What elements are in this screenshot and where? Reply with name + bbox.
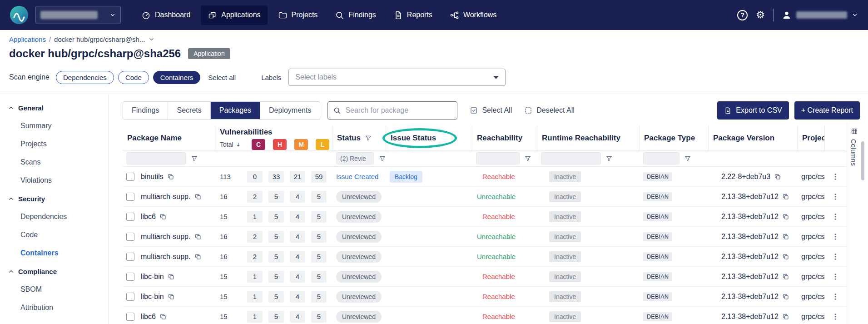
vuln-low-count[interactable]: 5 <box>311 271 327 283</box>
sidebar-section-security[interactable]: Security <box>8 189 109 208</box>
status-filter-value[interactable]: (2) Revie <box>336 152 374 164</box>
vuln-critical-count[interactable]: 0 <box>247 171 263 183</box>
sidebar-item-scans[interactable]: Scans <box>8 153 109 171</box>
filter-icon[interactable] <box>684 155 691 162</box>
package-type-filter-input[interactable] <box>643 152 680 164</box>
vuln-low-count[interactable]: 5 <box>311 311 327 323</box>
row-checkbox[interactable] <box>126 313 134 321</box>
sidebar-item-summary[interactable]: Summary <box>8 117 109 135</box>
sidebar-section-general[interactable]: General <box>8 99 109 117</box>
header-package-name[interactable]: Package Name <box>123 126 215 150</box>
nav-item-reports[interactable]: Reports <box>387 5 439 25</box>
vuln-high-count[interactable]: 5 <box>268 271 284 283</box>
sidebar-item-projects[interactable]: Projects <box>8 135 109 153</box>
vuln-high-count[interactable]: 5 <box>268 191 284 203</box>
tab-findings[interactable]: Findings <box>123 102 168 119</box>
scan-engine-pill-containers[interactable]: Containers <box>153 71 201 84</box>
header-reachability[interactable]: Reachability <box>472 126 537 150</box>
nav-item-applications[interactable]: Applications <box>201 5 267 25</box>
labels-select[interactable]: Select labels <box>288 69 506 86</box>
copy-icon[interactable] <box>194 253 202 260</box>
row-checkbox[interactable] <box>126 293 134 301</box>
severity-medium-badge[interactable]: M <box>294 139 308 150</box>
scan-engine-pill-dependencies[interactable]: Dependencies <box>56 71 114 84</box>
row-checkbox[interactable] <box>126 173 134 181</box>
vuln-critical-count[interactable]: 2 <box>247 191 263 203</box>
vuln-medium-count[interactable]: 4 <box>290 311 305 323</box>
package-name-filter-input[interactable] <box>126 152 186 164</box>
org-selector-dropdown[interactable] <box>35 6 121 24</box>
nav-item-findings[interactable]: Findings <box>328 5 382 25</box>
nav-item-workflows[interactable]: Workflows <box>443 5 504 25</box>
gear-icon[interactable]: ⚙ <box>756 10 765 20</box>
breadcrumb-root-link[interactable]: Applications <box>9 35 46 43</box>
vuln-low-count[interactable]: 5 <box>311 211 327 223</box>
sidebar-item-sbom[interactable]: SBOM <box>8 280 109 299</box>
package-name[interactable]: multiarch-supp... <box>141 233 191 241</box>
package-name[interactable]: libc-bin <box>141 293 164 301</box>
vuln-critical-count[interactable]: 2 <box>247 231 263 243</box>
vuln-medium-count[interactable]: 21 <box>290 171 305 183</box>
row-checkbox[interactable] <box>126 193 134 201</box>
severity-critical-badge[interactable]: C <box>252 139 265 150</box>
copy-icon[interactable] <box>782 193 789 200</box>
package-name[interactable]: libc6 <box>141 213 156 221</box>
filter-icon[interactable] <box>524 155 531 162</box>
header-issue-status[interactable]: Issue Status <box>386 126 472 150</box>
tab-deployments[interactable]: Deployments <box>260 102 320 119</box>
vuln-high-count[interactable]: 33 <box>268 171 284 183</box>
copy-icon[interactable] <box>168 273 175 280</box>
vuln-low-count[interactable]: 59 <box>311 171 327 183</box>
vuln-high-count[interactable]: 5 <box>268 311 284 323</box>
copy-icon[interactable] <box>167 173 174 180</box>
header-status[interactable]: Status <box>332 126 386 150</box>
vuln-medium-count[interactable]: 4 <box>290 271 305 283</box>
columns-panel-button[interactable]: Columns <box>847 122 868 324</box>
filter-icon[interactable] <box>365 135 372 142</box>
vuln-high-count[interactable]: 5 <box>268 231 284 243</box>
breadcrumb-chevron-icon[interactable] <box>148 36 155 43</box>
issue-status-chip[interactable]: Backlog <box>390 171 422 183</box>
row-menu-button[interactable] <box>825 213 846 221</box>
vuln-medium-count[interactable]: 4 <box>290 251 305 263</box>
severity-high-badge[interactable]: H <box>273 139 287 150</box>
nav-item-dashboard[interactable]: Dashboard <box>134 5 197 25</box>
vuln-medium-count[interactable]: 4 <box>290 291 305 303</box>
copy-icon[interactable] <box>782 213 789 220</box>
row-menu-button[interactable] <box>825 173 846 181</box>
copy-icon[interactable] <box>782 293 789 300</box>
vuln-high-count[interactable]: 5 <box>268 251 284 263</box>
vuln-critical-count[interactable]: 1 <box>247 311 263 323</box>
package-name[interactable]: binutils <box>141 173 164 181</box>
deselect-all-button[interactable]: Deselect All <box>524 106 575 115</box>
row-menu-button[interactable] <box>825 193 846 201</box>
copy-icon[interactable] <box>194 193 202 200</box>
user-menu[interactable] <box>782 10 858 20</box>
row-menu-button[interactable] <box>825 313 846 321</box>
export-csv-button[interactable]: Export to CSV <box>717 101 789 120</box>
severity-low-badge[interactable]: L <box>316 139 329 150</box>
row-menu-button[interactable] <box>825 293 846 301</box>
vuln-critical-count[interactable]: 2 <box>247 251 263 263</box>
header-package-version[interactable]: Package Version <box>709 126 798 150</box>
sidebar-item-dependencies[interactable]: Dependencies <box>8 208 109 226</box>
copy-icon[interactable] <box>168 293 175 300</box>
row-checkbox[interactable] <box>126 273 134 281</box>
copy-icon[interactable] <box>194 233 202 240</box>
total-sort-button[interactable]: Total <box>220 141 252 148</box>
filter-icon[interactable] <box>379 155 386 162</box>
vuln-medium-count[interactable]: 4 <box>290 231 305 243</box>
tab-secrets[interactable]: Secrets <box>168 102 210 119</box>
package-name[interactable]: multiarch-supp... <box>141 253 191 261</box>
vuln-high-count[interactable]: 5 <box>268 211 284 223</box>
sidebar-section-compliance[interactable]: Compliance <box>8 262 109 280</box>
vuln-critical-count[interactable]: 1 <box>247 211 263 223</box>
row-menu-button[interactable] <box>825 273 846 281</box>
row-checkbox[interactable] <box>126 233 134 241</box>
vuln-low-count[interactable]: 5 <box>311 231 327 243</box>
filter-icon[interactable] <box>605 155 613 162</box>
vuln-low-count[interactable]: 5 <box>311 191 327 203</box>
package-name[interactable]: libc6 <box>141 313 156 321</box>
copy-icon[interactable] <box>159 313 167 320</box>
vuln-medium-count[interactable]: 4 <box>290 211 305 223</box>
